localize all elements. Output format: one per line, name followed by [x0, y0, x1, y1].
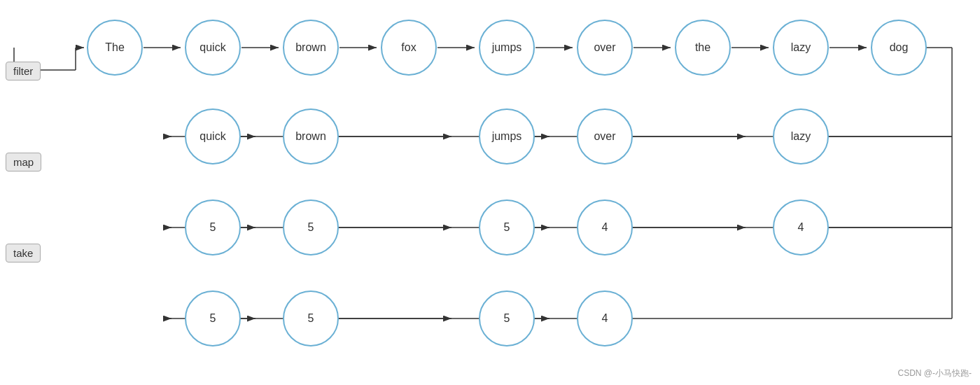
node-row1-7: lazy [773, 20, 829, 76]
node-row1-3: fox [381, 20, 437, 76]
node-row3-0: 5 [185, 200, 241, 255]
node-row4-0: 5 [185, 290, 241, 346]
node-row2-0: quick [185, 108, 241, 164]
node-row2-1: brown [283, 108, 339, 164]
node-row1-6: the [675, 20, 731, 76]
node-row2-4: over [577, 108, 633, 164]
filter-label: filter [6, 62, 41, 80]
node-row2-3: jumps [479, 108, 535, 164]
node-row2-6: lazy [773, 108, 829, 164]
node-row3-6: 4 [773, 200, 829, 255]
node-row3-1: 5 [283, 200, 339, 255]
node-row1-5: over [577, 20, 633, 76]
map-label: map [6, 153, 41, 172]
node-row4-3: 5 [479, 290, 535, 346]
take-label: take [6, 244, 41, 262]
node-row1-2: brown [283, 20, 339, 76]
node-row1-1: quick [185, 20, 241, 76]
watermark: CSDN @-小马快跑- [897, 368, 972, 379]
node-row4-4: 4 [577, 290, 633, 346]
node-row3-3: 5 [479, 200, 535, 255]
node-row1-0: The [87, 20, 143, 76]
node-row3-4: 4 [577, 200, 633, 255]
node-row1-4: jumps [479, 20, 535, 76]
node-row4-1: 5 [283, 290, 339, 346]
node-row1-8: dog [871, 20, 927, 76]
diagram: filter map take The quick brown fox jump… [0, 0, 980, 385]
